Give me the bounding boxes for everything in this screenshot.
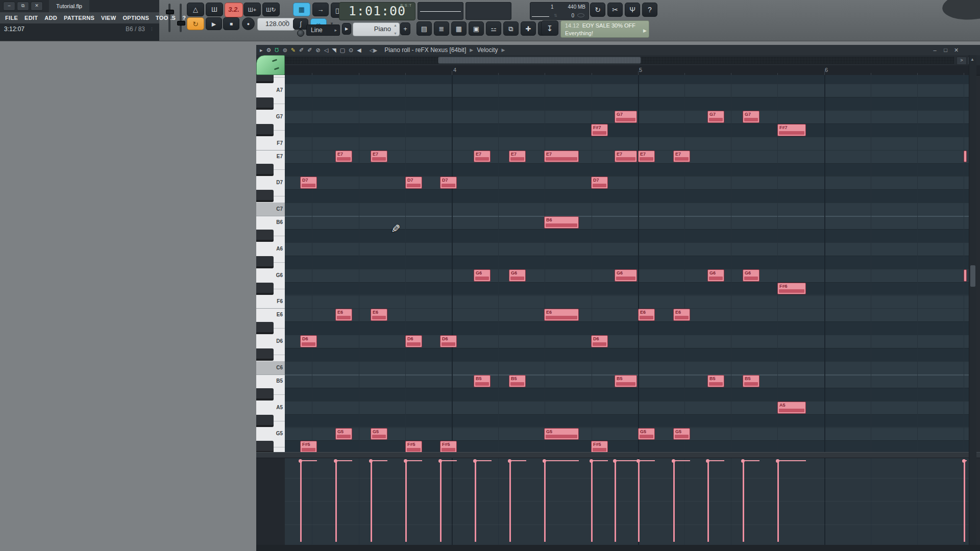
velocity-bar[interactable] <box>335 461 337 542</box>
piano-keyboard[interactable]: B7A7G7F7E7D7C7B6A6G6F6E6D6C6B5A5G5 <box>256 75 285 452</box>
note-fs5[interactable]: F#5 <box>300 441 317 452</box>
velocity-bar[interactable] <box>673 461 675 542</box>
help-button[interactable]: ? <box>642 3 657 17</box>
note-fs6[interactable]: F#6 <box>777 283 806 295</box>
note-g7[interactable]: G7 <box>707 111 724 123</box>
note-fs7[interactable]: F#7 <box>777 124 806 136</box>
volume-handle[interactable] <box>166 10 174 14</box>
online-refresh-button[interactable]: ↻ <box>590 3 605 17</box>
master-volume-slider[interactable] <box>168 4 170 32</box>
note-e7[interactable]: E7 <box>509 151 526 163</box>
note-fs5[interactable]: F#5 <box>405 441 422 452</box>
note-d6[interactable]: D6 <box>300 335 317 347</box>
velocity-bar[interactable] <box>509 461 511 542</box>
panel-divider[interactable] <box>256 452 980 458</box>
piano-roll-button[interactable]: ▦ <box>451 21 467 36</box>
select-icon[interactable]: ▢ <box>340 47 345 54</box>
pr-minimize-button[interactable]: – <box>929 47 940 54</box>
note-e7[interactable]: E7 <box>638 151 655 163</box>
sale-banner[interactable]: 14.12 EOY SALE 30% OFF Everything! ▶ <box>560 20 649 38</box>
note-fs5[interactable]: F#5 <box>591 441 608 452</box>
scroll-up-icon[interactable]: ▲ <box>970 57 974 62</box>
download-button[interactable]: ↧ <box>541 20 558 36</box>
piano-key-black[interactable] <box>256 441 274 452</box>
song-loop-button[interactable]: ↻ <box>187 17 204 30</box>
note-e7[interactable]: E7 <box>615 151 637 163</box>
note-d6[interactable]: D6 <box>591 335 608 347</box>
metronome-button[interactable]: △ <box>187 3 204 16</box>
master-pitch-slider[interactable] <box>180 4 182 32</box>
note-g5[interactable]: G5 <box>335 428 352 440</box>
piano-key-black[interactable] <box>256 388 274 400</box>
note-a5[interactable]: A5 <box>777 402 806 414</box>
pr-v-scrollbar-thumb[interactable] <box>970 265 975 287</box>
mixer-button[interactable]: ⚍ <box>486 21 501 36</box>
channel-rack-button[interactable]: ≣ <box>434 21 449 36</box>
note-g5[interactable]: G5 <box>371 428 387 440</box>
piano-key-black[interactable] <box>256 230 274 242</box>
note-e6[interactable]: E6 <box>673 309 690 321</box>
piano-key-black[interactable] <box>256 97 274 110</box>
piano-key-black[interactable] <box>256 256 274 268</box>
close-button[interactable]: ✕ <box>31 2 43 11</box>
menu-item-help[interactable]: ? <box>182 15 186 21</box>
note-b5[interactable]: B5 <box>615 375 637 387</box>
delete-icon[interactable]: ⊘ <box>316 47 321 54</box>
velocity-bar[interactable] <box>591 461 593 542</box>
note-g6[interactable]: G6 <box>474 269 491 282</box>
playlist-button[interactable]: ▤ <box>416 21 432 36</box>
pr-v-scrollbar[interactable]: ▲ <box>969 55 976 545</box>
browser-button[interactable]: ▣ <box>469 21 484 36</box>
note-g6[interactable]: G6 <box>743 269 760 282</box>
note-g5[interactable]: G5 <box>638 428 655 440</box>
plugin-database-button[interactable]: ⧉ <box>503 21 519 36</box>
note-e7[interactable]: E7 <box>474 151 491 163</box>
scroll-right-button[interactable]: > <box>957 57 967 65</box>
banner-arrow-icon[interactable]: ▶ <box>643 27 647 35</box>
zoom-icon[interactable]: ⊙ <box>349 47 353 54</box>
piano-key-black[interactable] <box>256 124 274 136</box>
pr-maximize-button[interactable]: □ <box>940 47 951 54</box>
velocity-panel[interactable] <box>285 458 969 545</box>
menu-item-tools[interactable]: TOOLS <box>156 15 176 21</box>
note-b5[interactable]: B5 <box>707 375 724 387</box>
pattern-display[interactable]: 3.2. <box>225 3 243 17</box>
project-tab[interactable]: Tutorial.flp <box>49 0 89 12</box>
note-grid[interactable]: G7G7G7F#7F#7E7E7E7E7E7E7E7E7D7D7D7D7B6G6… <box>285 75 969 452</box>
note-e7[interactable] <box>964 151 967 163</box>
mute-icon[interactable]: ◁ <box>324 47 328 54</box>
mic-button[interactable]: Ψ <box>625 3 640 17</box>
velocity-bar[interactable] <box>405 461 407 542</box>
piano-key-black[interactable] <box>256 164 274 176</box>
pr-h-scrollbar-track[interactable] <box>285 57 954 64</box>
velocity-bar[interactable] <box>475 461 476 542</box>
note-b5[interactable]: B5 <box>509 375 526 387</box>
note-b5[interactable]: B5 <box>743 375 760 387</box>
note-d6[interactable]: D6 <box>405 335 422 347</box>
add-pattern-button[interactable]: + <box>400 22 410 35</box>
target-control-label[interactable]: Velocity <box>477 46 498 54</box>
menu-item-add[interactable]: ADD <box>44 15 57 21</box>
spinner-down-icon[interactable]: ▼ <box>394 32 397 35</box>
pattern-prev-button[interactable]: ▶ <box>342 23 351 35</box>
pr-h-scrollbar-thumb[interactable] <box>438 57 641 64</box>
restore-button[interactable]: ⧉ <box>17 2 29 11</box>
menu-item-file[interactable]: FILE <box>5 15 18 21</box>
note-g7[interactable]: G7 <box>743 111 760 123</box>
piano-key-black[interactable] <box>256 322 274 334</box>
menu-item-view[interactable]: VIEW <box>101 15 116 21</box>
velocity-bar[interactable] <box>638 461 640 542</box>
play-button[interactable]: ▶ <box>206 17 222 30</box>
note-e7[interactable]: E7 <box>371 151 387 163</box>
velocity-bar[interactable] <box>707 461 709 542</box>
velocity-bar[interactable] <box>615 461 616 542</box>
minimize-button[interactable]: – <box>3 2 15 11</box>
note-d6[interactable]: D6 <box>440 335 457 347</box>
cut-tools-button[interactable]: ✂ <box>607 3 623 17</box>
channel-display[interactable]: Piano ▲ ▼ <box>353 22 400 36</box>
tool-knob[interactable] <box>297 30 304 37</box>
piano-key-black[interactable] <box>256 415 274 427</box>
note-g6[interactable] <box>964 269 967 282</box>
note-d7[interactable]: D7 <box>300 177 317 189</box>
note-b5[interactable]: B5 <box>474 375 491 387</box>
